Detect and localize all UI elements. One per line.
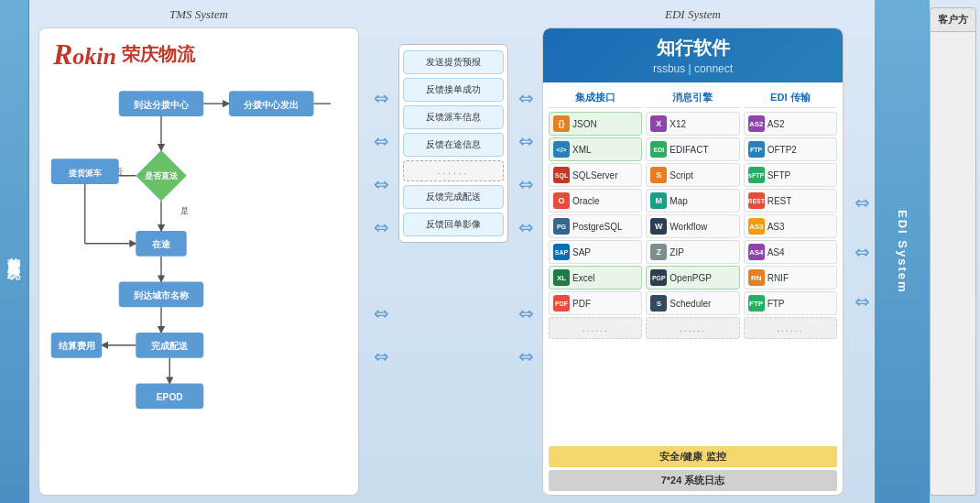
col1-more-label: ......: [583, 323, 609, 334]
flowchart-svg: 到达分拨中心 分拨中心发出 是否直送 否 是: [49, 82, 342, 421]
customer-content: [930, 32, 976, 496]
rarrow-2: ⇔: [518, 130, 534, 152]
item-script: S Script: [646, 163, 739, 187]
item-x12: X X12: [646, 112, 739, 136]
log-bar: 7*24 系统日志: [549, 470, 837, 491]
arrow-3: ⇔: [374, 173, 389, 195]
item-zip: Z ZIP: [646, 240, 739, 264]
svg-text:结算费用: 结算费用: [58, 341, 95, 351]
zip-icon: Z: [650, 244, 667, 260]
item-workflow: W Workflow: [646, 214, 739, 238]
as2-icon: AS2: [748, 115, 765, 132]
edi-right-arrows: ⇔ ⇔ ⇔: [849, 0, 875, 503]
as2-label: AS2: [768, 119, 785, 129]
edi-columns: 集成接口 {} JSON </> XML SQL SQLServer O: [543, 82, 843, 443]
openpgp-icon: PGP: [650, 269, 667, 286]
sftp-icon: sFTP: [748, 167, 765, 183]
item-as3: AS3 AS3: [744, 214, 837, 238]
item-edifact: EDI EDIFACT: [646, 137, 739, 161]
logo-chinese: 荣庆物流: [122, 42, 195, 67]
rarrow-7: ⇔: [518, 345, 534, 367]
svg-text:到达城市名称: 到达城市名称: [133, 290, 190, 301]
item-oftp2: FTP OFTP2: [744, 137, 837, 161]
col-integration-title: 集成接口: [549, 88, 642, 108]
arrow-7: ⇔: [374, 345, 389, 367]
rarrow-1: ⇔: [518, 87, 534, 109]
rarrow-6: ⇔: [518, 302, 534, 324]
as4-label: AS4: [768, 247, 785, 257]
msg-2: 反馈接单成功: [403, 78, 504, 102]
rnif-label: RNIF: [768, 273, 789, 283]
script-label: Script: [670, 170, 693, 180]
msg-5: ......: [403, 160, 504, 181]
rarrow-3: ⇔: [518, 173, 534, 195]
postgresql-label: PostgreSQL: [572, 222, 622, 232]
scheduler-label: Scheduler: [670, 299, 711, 309]
as3-label: AS3: [768, 222, 785, 232]
as3-icon: AS3: [748, 218, 765, 235]
edi-section-title: EDI System: [542, 7, 844, 22]
zip-label: ZIP: [670, 247, 684, 257]
col-transmission-title: EDI 传输: [744, 88, 837, 108]
workflow-label: Workflow: [670, 222, 707, 232]
right-sidebar-label: EDI System: [896, 210, 909, 294]
message-box-container: 发送提货预报 反馈接单成功 反馈派车信息 反馈在途信息 ...... 反馈完成配…: [398, 44, 508, 243]
rest-label: REST: [768, 196, 792, 206]
col3-more-label: ......: [777, 323, 803, 334]
edi-section: EDI System 知行软件 rssbus | connect 集成接口 {}…: [539, 0, 849, 503]
item-map: M Map: [646, 189, 739, 213]
pdf-icon: PDF: [553, 295, 570, 312]
rarrow-4: ⇔: [518, 216, 534, 238]
item-oracle: O Oracle: [549, 189, 642, 213]
arrow-2: ⇔: [374, 130, 389, 152]
tms-title: TMS System: [38, 7, 359, 22]
edi-rarrow-3: ⇔: [855, 290, 870, 312]
col-edi-transmission: EDI 传输 AS2 AS2 FTP OFTP2 sFTP SFTP REST: [744, 88, 837, 437]
scheduler-icon: S: [650, 295, 667, 312]
excel-label: Excel: [572, 273, 594, 283]
edi-header: 知行软件 rssbus | connect: [543, 28, 843, 82]
item-scheduler: S Scheduler: [646, 291, 739, 315]
logo-area: Rokin 荣庆物流: [49, 38, 349, 71]
left-arrows: ⇔ ⇔ ⇔ ⇔ ⇔ ⇔ ⇔: [368, 0, 394, 503]
tms-section: TMS System Rokin 荣庆物流 到达分拨中心 分拨中心发出: [29, 0, 368, 503]
item-openpgp: PGP OpenPGP: [646, 266, 739, 290]
sqlserver-icon: SQL: [553, 167, 570, 183]
security-bar: 安全/健康 监控: [549, 446, 837, 467]
edifact-icon: EDI: [650, 141, 667, 158]
sap-icon: SAP: [553, 244, 570, 260]
svg-text:分拨中心发出: 分拨中心发出: [243, 100, 299, 110]
x12-label: X12: [670, 119, 686, 129]
arrow-4: ⇔: [374, 216, 389, 238]
item-col3-more: ......: [744, 317, 837, 339]
xml-icon: </>: [553, 141, 570, 158]
sap-label: SAP: [572, 247, 591, 257]
sftp-label: SFTP: [768, 170, 791, 180]
svg-text:到达分拨中心: 到达分拨中心: [133, 100, 190, 110]
rnif-icon: RN: [748, 269, 765, 286]
tms-content: Rokin 荣庆物流 到达分拨中心 分拨中心发出 是否直送: [38, 27, 359, 496]
svg-text:EPOD: EPOD: [157, 392, 183, 402]
right-sidebar-edi: EDI System: [875, 0, 930, 503]
sqlserver-label: SQLServer: [572, 170, 617, 180]
item-rest: REST REST: [744, 189, 837, 213]
excel-icon: XL: [553, 269, 570, 286]
svg-text:在途: 在途: [151, 239, 171, 249]
col2-more-label: ......: [680, 323, 706, 334]
item-sqlserver: SQL SQLServer: [549, 163, 642, 187]
item-xml: </> XML: [549, 137, 642, 161]
rssbus-logo: rssbus | connect: [552, 62, 833, 75]
oracle-label: Oracle: [572, 196, 599, 206]
logo-rokin: Rokin: [53, 38, 116, 71]
ftp-icon: FTP: [748, 295, 765, 312]
item-col1-more: ......: [549, 317, 642, 339]
edi-rarrow-2: ⇔: [855, 241, 870, 263]
item-sap: SAP SAP: [549, 240, 642, 264]
col-integration: 集成接口 {} JSON </> XML SQL SQLServer O: [549, 88, 642, 437]
script-icon: S: [650, 167, 667, 183]
edi-content: 知行软件 rssbus | connect 集成接口 {} JSON </> X: [542, 27, 844, 496]
rest-icon: REST: [748, 192, 765, 209]
oftp2-icon: FTP: [748, 141, 765, 158]
oftp2-label: OFTP2: [768, 145, 797, 155]
item-pdf: PDF PDF: [549, 291, 642, 315]
